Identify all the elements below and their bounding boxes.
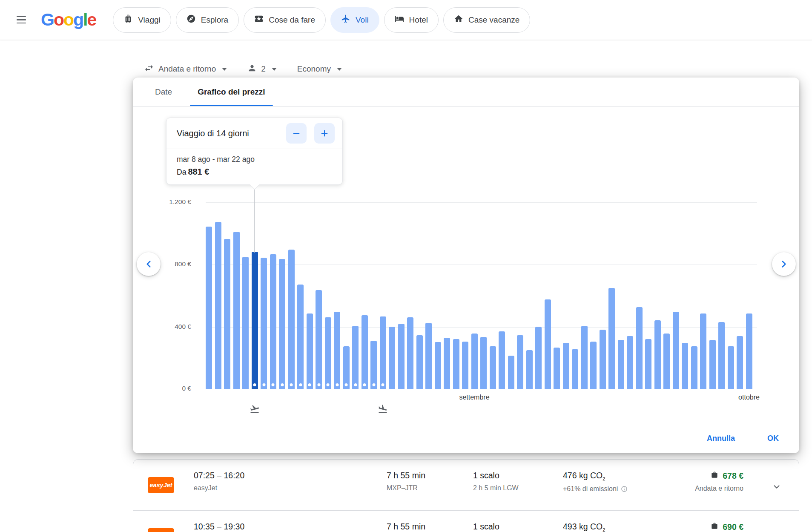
price-bar[interactable] <box>480 337 487 389</box>
trip-day-dot <box>382 383 384 386</box>
google-flights-page: Google Viaggi Esplora Cose da fare <box>0 0 812 532</box>
price-bar[interactable] <box>307 313 313 389</box>
price-bar[interactable] <box>663 334 670 389</box>
previous-dates-button[interactable] <box>137 252 161 276</box>
trip-day-dot <box>281 383 284 386</box>
price-bar[interactable] <box>737 336 743 389</box>
price-bar[interactable] <box>453 339 459 389</box>
price-bar[interactable] <box>563 343 569 389</box>
main-menu-button[interactable] <box>11 10 32 30</box>
nav-pill-hotel[interactable]: Hotel <box>384 7 439 33</box>
price-bar[interactable] <box>407 317 413 389</box>
trip-length-stepper <box>286 123 335 144</box>
flight-result-row[interactable]: easyJet 10:35 – 19:30 7 h 55 min 1 scalo… <box>133 511 799 532</box>
trip-day-dot <box>372 383 375 386</box>
price-value: 881 € <box>188 167 209 176</box>
hotel-icon <box>395 14 404 26</box>
price-bar[interactable] <box>425 323 432 389</box>
increase-trip-length-button[interactable] <box>314 123 335 144</box>
nav-pill-case-vacanze[interactable]: Case vacanze <box>443 7 530 33</box>
price-bar[interactable] <box>444 338 450 389</box>
price-bar[interactable] <box>535 327 542 389</box>
price-bar[interactable] <box>279 259 285 389</box>
price-bar[interactable] <box>233 232 240 389</box>
price-bar[interactable] <box>709 340 716 389</box>
price-bar[interactable] <box>370 341 377 389</box>
price-bar[interactable] <box>700 313 706 389</box>
price-bar[interactable] <box>517 335 523 389</box>
dialog-actions: Annulla OK <box>701 430 785 447</box>
price-bar[interactable] <box>728 346 734 389</box>
price-bar[interactable] <box>508 356 514 389</box>
price-bar[interactable] <box>206 227 212 389</box>
price-bar[interactable] <box>462 342 468 389</box>
price-bar[interactable] <box>325 317 331 389</box>
flight-times: 07:25 – 16:20 <box>194 471 244 480</box>
ok-button[interactable]: OK <box>761 430 785 447</box>
price-bar[interactable] <box>316 290 322 389</box>
price-bar[interactable] <box>645 339 651 389</box>
cabin-class-dropdown[interactable]: Economy <box>293 64 346 74</box>
cancel-button[interactable]: Annulla <box>701 430 741 447</box>
google-logo[interactable]: Google <box>41 11 96 29</box>
nav-pill-viaggi[interactable]: Viaggi <box>113 7 171 33</box>
airline-name: easyJet <box>194 484 244 492</box>
price-bar[interactable] <box>435 342 441 389</box>
info-icon[interactable] <box>621 486 628 492</box>
price-bar[interactable] <box>572 349 578 389</box>
next-dates-button[interactable] <box>772 252 796 276</box>
price-bar[interactable] <box>526 350 533 389</box>
price-bar[interactable] <box>746 313 752 389</box>
price-trip-type: Andata e ritorno <box>695 485 743 492</box>
price-bar-selected[interactable] <box>252 252 258 389</box>
price-bar[interactable] <box>297 285 304 389</box>
price-bar[interactable] <box>682 343 688 389</box>
duration-column: 7 h 55 min <box>387 522 425 532</box>
price-bar[interactable] <box>343 346 350 389</box>
price-bar[interactable] <box>627 336 633 389</box>
price-bar[interactable] <box>608 288 615 389</box>
price-bar[interactable] <box>600 330 606 389</box>
price-bar[interactable] <box>389 327 395 389</box>
price-bar[interactable] <box>654 320 661 389</box>
nav-pill-voli[interactable]: Voli <box>330 7 379 33</box>
price-bar[interactable] <box>288 250 295 389</box>
flight-icon <box>341 14 350 26</box>
month-label: settembre <box>459 394 489 401</box>
price-bar[interactable] <box>352 326 359 389</box>
decrease-trip-length-button[interactable] <box>286 123 307 144</box>
price-bar[interactable] <box>581 326 588 389</box>
price-bar[interactable] <box>416 335 423 389</box>
price-bar[interactable] <box>224 239 230 389</box>
price-bar[interactable] <box>490 346 496 389</box>
passengers-dropdown[interactable]: 2 <box>243 63 281 75</box>
flight-result-row[interactable]: easyJet 07:25 – 16:20 easyJet 7 h 55 min… <box>133 460 799 511</box>
duration-column: 7 h 55 min MXP–JTR <box>387 471 425 492</box>
price-bar[interactable] <box>545 299 551 389</box>
price-bar[interactable] <box>362 315 368 389</box>
price-bar[interactable] <box>691 346 697 389</box>
price-bar[interactable] <box>270 254 276 389</box>
price-bar[interactable] <box>471 334 478 389</box>
chevron-down-icon <box>337 68 342 71</box>
price-bar[interactable] <box>636 307 643 389</box>
price-bar[interactable] <box>215 222 221 389</box>
swap-horizontal-icon <box>144 63 154 75</box>
trip-type-dropdown[interactable]: Andata e ritorno <box>140 63 231 75</box>
price-bar[interactable] <box>499 331 505 389</box>
price-bar[interactable] <box>334 312 340 389</box>
selected-price-line: Da881 € <box>177 167 332 177</box>
nav-pill-esplora[interactable]: Esplora <box>176 7 239 33</box>
price-bar[interactable] <box>398 324 405 389</box>
price-bar[interactable] <box>718 322 725 389</box>
expand-flight-button[interactable] <box>768 478 785 495</box>
price-bar[interactable] <box>554 348 560 389</box>
price-bar[interactable] <box>380 316 386 389</box>
price-bar[interactable] <box>673 312 679 389</box>
price-bar[interactable] <box>261 258 267 389</box>
trip-length-title: Viaggio di 14 giorni <box>177 129 249 138</box>
nav-pill-cose-da-fare[interactable]: Cose da fare <box>244 7 326 33</box>
price-bar[interactable] <box>590 342 597 389</box>
price-bar[interactable] <box>618 340 624 389</box>
price-bar[interactable] <box>242 257 249 389</box>
